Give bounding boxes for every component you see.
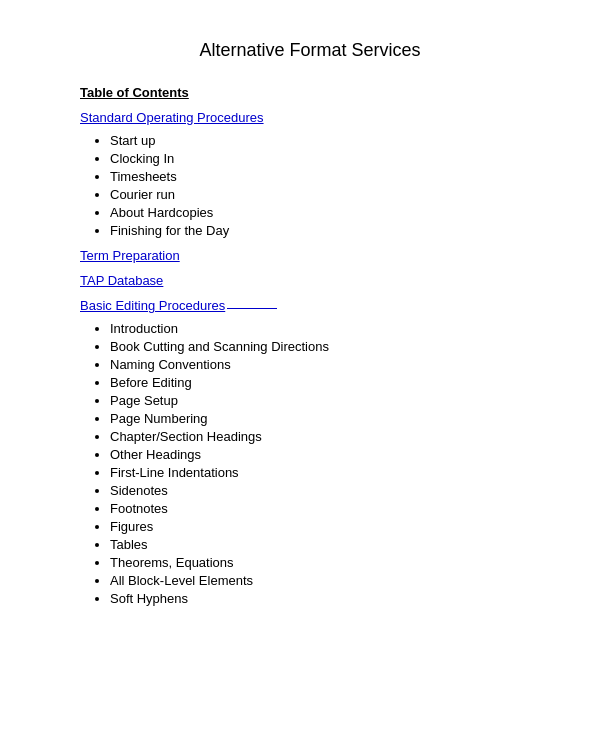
- list-item: Chapter/Section Headings: [110, 429, 540, 444]
- list-item: Before Editing: [110, 375, 540, 390]
- page: Alternative Format Services Table of Con…: [0, 0, 600, 730]
- list-item: Tables: [110, 537, 540, 552]
- basic-editing-section: Basic Editing Procedures Introduction Bo…: [80, 298, 540, 606]
- list-item: Theorems, Equations: [110, 555, 540, 570]
- list-item: Footnotes: [110, 501, 540, 516]
- list-item: Introduction: [110, 321, 540, 336]
- list-item: Finishing for the Day: [110, 223, 540, 238]
- tap-database-link[interactable]: TAP Database: [80, 273, 540, 288]
- standard-operating-list: Start up Clocking In Timesheets Courier …: [110, 133, 540, 238]
- list-item: Figures: [110, 519, 540, 534]
- basic-editing-list: Introduction Book Cutting and Scanning D…: [110, 321, 540, 606]
- list-item: Timesheets: [110, 169, 540, 184]
- list-item: Page Setup: [110, 393, 540, 408]
- list-item: Other Headings: [110, 447, 540, 462]
- list-item: Soft Hyphens: [110, 591, 540, 606]
- list-item: Sidenotes: [110, 483, 540, 498]
- toc-section: Table of Contents: [80, 85, 540, 100]
- page-title: Alternative Format Services: [80, 40, 540, 61]
- list-item: About Hardcopies: [110, 205, 540, 220]
- standard-operating-link[interactable]: Standard Operating Procedures: [80, 110, 540, 125]
- basic-editing-row: Basic Editing Procedures: [80, 298, 540, 313]
- list-item: Page Numbering: [110, 411, 540, 426]
- list-item: First-Line Indentations: [110, 465, 540, 480]
- standard-operating-section: Standard Operating Procedures Start up C…: [80, 110, 540, 238]
- list-item: Start up: [110, 133, 540, 148]
- term-preparation-link[interactable]: Term Preparation: [80, 248, 540, 263]
- list-item: Book Cutting and Scanning Directions: [110, 339, 540, 354]
- list-item: Naming Conventions: [110, 357, 540, 372]
- tap-database-section: TAP Database: [80, 273, 540, 288]
- basic-editing-link[interactable]: Basic Editing Procedures: [80, 298, 225, 313]
- toc-heading: Table of Contents: [80, 85, 540, 100]
- underline-decoration: [227, 308, 277, 309]
- term-preparation-section: Term Preparation: [80, 248, 540, 263]
- list-item: All Block-Level Elements: [110, 573, 540, 588]
- list-item: Courier run: [110, 187, 540, 202]
- list-item: Clocking In: [110, 151, 540, 166]
